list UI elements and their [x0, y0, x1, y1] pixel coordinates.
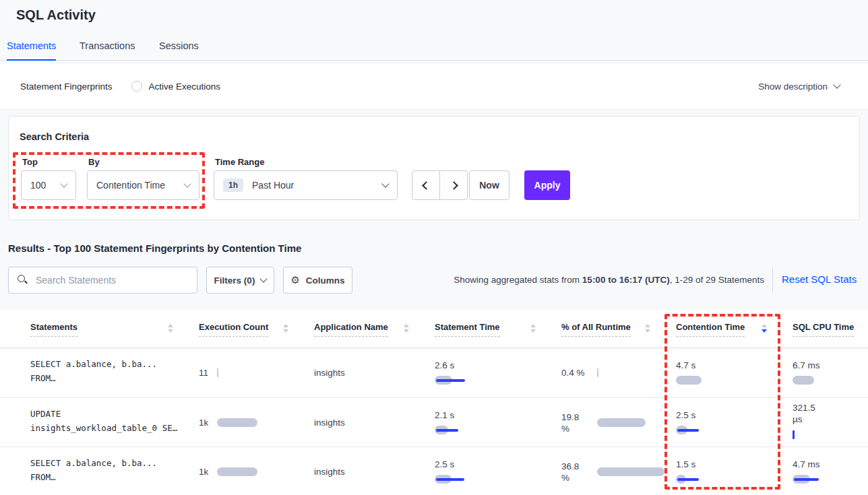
table-row: UPDATE insights_workload_table_0 SE… 1k … [0, 397, 868, 447]
search-statements-input[interactable] [8, 267, 197, 294]
statement-time-line [436, 478, 464, 481]
time-range-label: Time Range [215, 157, 264, 167]
toolbar-divider [772, 268, 773, 292]
header-label[interactable]: Execution Count [199, 322, 268, 337]
header-statement-time[interactable]: Statement Time [435, 310, 561, 348]
runtime-pct-value: 36.8 % [561, 461, 588, 484]
previous-time-button[interactable] [412, 170, 440, 200]
top-label: Top [22, 157, 38, 167]
by-select[interactable]: Contention Time [87, 170, 199, 200]
application-name-cell: insights [314, 403, 429, 442]
page-title: SQL Activity [16, 7, 96, 23]
header-statements[interactable]: Statements [30, 310, 199, 348]
header-application-name[interactable]: Application Name [314, 310, 435, 348]
contention-time-cell: 1.5 s [676, 459, 787, 484]
application-name-value: insights [314, 467, 345, 477]
header-contention-time[interactable]: Contention Time [676, 310, 793, 348]
time-range-select[interactable]: 1h Past Hour [214, 170, 398, 200]
radio-label: Active Executions [149, 81, 221, 92]
sort-desc-icon[interactable] [762, 324, 767, 333]
radio-active-executions[interactable]: Active Executions [131, 81, 221, 92]
search-criteria-heading: Search Criteria [20, 131, 89, 142]
tab-transactions[interactable]: Transactions [80, 40, 135, 61]
header-execution-count[interactable]: Execution Count [199, 310, 314, 348]
contention-time-cell: 4.7 s [676, 360, 787, 385]
view-toggle-strip: Statement Fingerprints Active Executions… [0, 64, 868, 108]
execution-count-cell: 1k [199, 453, 307, 491]
top-select-value: 100 [30, 180, 46, 191]
top-select[interactable]: 100 [21, 170, 76, 200]
header-sql-cpu-time[interactable]: SQL CPU Time [793, 310, 868, 348]
time-nav-group [412, 170, 468, 200]
statement-time-cell: 2.1 s [435, 410, 556, 434]
statement-link[interactable]: SELECT a.balance, b.ba... FROM… [30, 357, 192, 385]
results-heading: Results - Top 100 Statement Fingerprints… [8, 242, 301, 254]
runtime-pct-bar [597, 418, 646, 427]
showing-suffix: , 1-29 of 29 Statements [670, 275, 764, 285]
chevron-left-icon [422, 181, 431, 190]
header-label[interactable]: Statement Time [435, 322, 500, 337]
sort-icon[interactable] [168, 324, 173, 333]
tab-bar: Statements Transactions Sessions [0, 38, 868, 61]
cpu-time-line [794, 478, 819, 481]
execution-count-bar [217, 368, 218, 377]
contention-time-value: 4.7 s [676, 360, 787, 370]
header-label[interactable]: Application Name [314, 322, 388, 337]
table-row: SELECT a.balance, b.ba... FROM… 11 insig… [0, 348, 868, 397]
sort-icon[interactable] [530, 324, 536, 333]
header-label[interactable]: % of All Runtime [561, 322, 631, 337]
cpu-time-value: 321.5 µs [793, 402, 822, 425]
execution-count-value: 11 [199, 368, 208, 378]
tab-statements[interactable]: Statements [7, 40, 56, 61]
radio-statement-fingerprints[interactable]: Statement Fingerprints [20, 81, 113, 92]
cpu-time-bar [793, 376, 814, 385]
search-icon [18, 275, 28, 286]
runtime-pct-bar [597, 467, 664, 476]
contention-time-value: 1.5 s [676, 459, 787, 469]
search-statements-box [8, 267, 197, 294]
show-description-button[interactable]: Show description [758, 64, 840, 108]
header-pct-all-runtime[interactable]: % of All Runtime [561, 310, 676, 348]
statement-line1: SELECT a.balance, b.ba... [30, 357, 192, 371]
statement-line2: FROM… [30, 371, 192, 385]
cpu-time-cell: 321.5 µs [793, 402, 865, 439]
columns-button[interactable]: ⚙ Columns [283, 267, 352, 294]
apply-button[interactable]: Apply [524, 170, 570, 200]
runtime-pct-value: 19.8 % [561, 411, 588, 434]
application-name-cell: insights [314, 453, 429, 491]
runtime-pct-cell: 19.8 % [561, 403, 671, 442]
statement-time-line [436, 429, 458, 432]
table-row: SELECT a.balance, b.ba... FROM… 1k insig… [0, 447, 868, 495]
header-label[interactable]: SQL CPU Time [793, 322, 854, 337]
header-label[interactable]: Statements [30, 322, 78, 337]
cpu-time-bar [793, 430, 795, 439]
contention-time-value: 2.5 s [676, 410, 787, 420]
chevron-down-icon [381, 180, 389, 187]
search-criteria-panel: Search Criteria Top By Time Range 100 Co… [8, 116, 860, 220]
filters-label: Filters (0) [214, 275, 255, 286]
execution-count-bar [217, 418, 257, 427]
statement-line2: FROM… [30, 470, 192, 484]
chevron-down-icon [60, 180, 67, 187]
sort-icon[interactable] [404, 324, 409, 333]
showing-prefix: Showing aggregated stats from [454, 275, 582, 285]
showing-stats-text: Showing aggregated stats from 15:00 to 1… [454, 275, 764, 285]
statement-time-cell: 2.6 s [435, 360, 556, 385]
reset-sql-stats-link[interactable]: Reset SQL Stats [782, 273, 857, 285]
chevron-down-icon [833, 81, 840, 88]
filters-button[interactable]: Filters (0) [206, 267, 274, 294]
now-button[interactable]: Now [469, 170, 509, 200]
cpu-time-cell: 4.7 ms [793, 459, 865, 484]
showing-time-range: 15:00 to 16:17 (UTC) [582, 275, 670, 285]
radio-unselected-icon[interactable] [131, 81, 142, 92]
header-label[interactable]: Contention Time [676, 322, 745, 337]
next-time-button[interactable] [439, 170, 468, 200]
sort-icon[interactable] [645, 324, 650, 333]
statement-link[interactable]: UPDATE insights_workload_table_0 SE… [30, 407, 192, 435]
execution-count-value: 1k [199, 418, 208, 428]
statement-line2: insights_workload_table_0 SE… [30, 421, 192, 435]
contention-time-line [677, 478, 699, 481]
sort-icon[interactable] [283, 324, 288, 333]
tab-sessions[interactable]: Sessions [159, 40, 199, 61]
statement-link[interactable]: SELECT a.balance, b.ba... FROM… [30, 456, 192, 484]
